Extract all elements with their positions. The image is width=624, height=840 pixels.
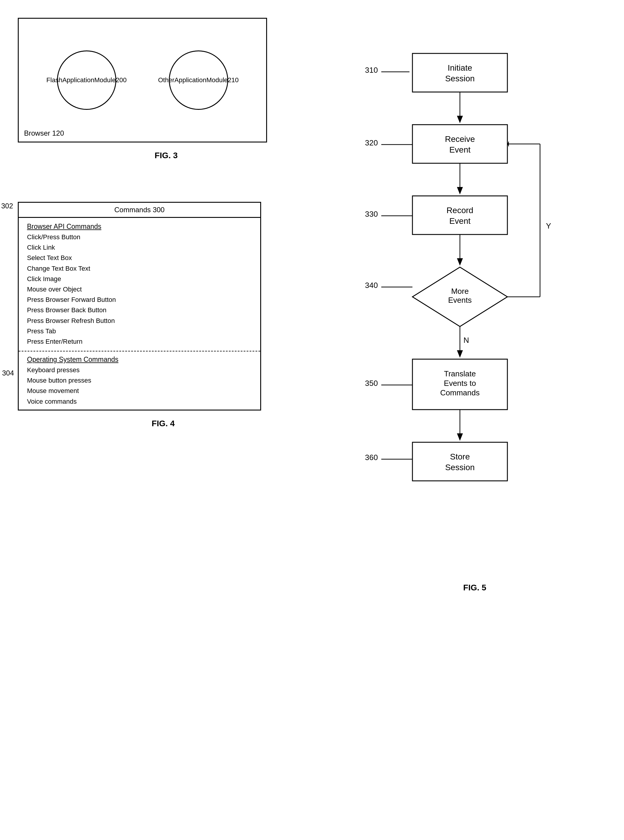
- cmd-item-5: Click Image: [27, 274, 252, 284]
- fig4-label-304: 304: [2, 369, 14, 377]
- store-session-text2: Session: [445, 463, 475, 472]
- label-350: 350: [365, 379, 378, 388]
- label-310: 310: [365, 66, 378, 74]
- module1-label2: Application: [62, 76, 94, 85]
- label-330: 330: [365, 210, 378, 218]
- initiate-session-text2: Session: [445, 74, 475, 83]
- label-320: 320: [365, 138, 378, 147]
- cmd-item-11: Press Enter/Return: [27, 336, 252, 347]
- browser-box: Flash Application Module 200 Other Appli…: [18, 18, 267, 142]
- module2-label3: Module: [206, 76, 228, 85]
- record-event-text: Record: [446, 206, 473, 215]
- cmd-item-4: Change Text Box Text: [27, 263, 252, 274]
- fig4-container: 302 Commands 300 Browser API Commands Cl…: [18, 202, 279, 428]
- receive-event-box: [412, 125, 507, 163]
- commands-box: Commands 300 Browser API Commands Click/…: [18, 202, 261, 410]
- arrow-n: [457, 350, 463, 358]
- cmd-item-6: Mouse over Object: [27, 284, 252, 294]
- label-360: 360: [365, 453, 378, 462]
- browser-label: Browser 120: [24, 129, 64, 138]
- module1-label3: Module: [94, 76, 116, 85]
- record-event-box: [412, 196, 507, 235]
- label-340: 340: [365, 281, 378, 290]
- receive-event-text: Receive: [445, 135, 475, 144]
- initiate-session-text: Initiate: [448, 63, 473, 73]
- fig4-title: FIG. 4: [48, 419, 279, 428]
- cmd-item-1: Click/Press Button: [27, 232, 252, 242]
- module2-circle: Other Application Module 210: [169, 51, 228, 110]
- module1-circle: Flash Application Module 200: [57, 51, 116, 110]
- y-label: Y: [546, 221, 551, 230]
- module2-label2: Application: [175, 76, 207, 85]
- receive-event-text2: Event: [449, 145, 471, 154]
- arrow1: [457, 116, 463, 123]
- translate-text1: Translate: [444, 369, 476, 378]
- fig4-label-302: 302: [1, 202, 13, 210]
- record-event-text2: Event: [449, 217, 471, 226]
- cmd-item-7: Press Browser Forward Button: [27, 294, 252, 305]
- os-cmd-2: Mouse button presses: [27, 375, 252, 385]
- initiate-session-box: [412, 53, 507, 92]
- cmd-item-8: Press Browser Back Button: [27, 305, 252, 315]
- arrow2: [457, 187, 463, 195]
- commands-section1: Browser API Commands Click/Press Button …: [19, 218, 260, 350]
- store-session-text: Store: [450, 452, 470, 461]
- flowchart-svg: 310 Initiate Session 320 Receive Event 3…: [356, 18, 587, 701]
- n-label: N: [463, 336, 469, 345]
- cmd-item-9: Press Browser Refresh Button: [27, 316, 252, 326]
- module2-label: Other: [158, 76, 175, 85]
- cmd-item-2: Click Link: [27, 242, 252, 252]
- arrow3: [457, 258, 463, 266]
- section1-title: Browser API Commands: [27, 223, 252, 230]
- cmd-item-3: Select Text Box: [27, 252, 252, 263]
- module1-label: Flash: [46, 76, 62, 85]
- fig3-container: Flash Application Module 200 Other Appli…: [18, 18, 285, 160]
- module1-label4: 200: [116, 76, 127, 85]
- page: Flash Application Module 200 Other Appli…: [0, 0, 624, 840]
- fig3-title: FIG. 3: [48, 151, 285, 160]
- os-cmd-3: Mouse movement: [27, 385, 252, 396]
- more-events-text: More: [451, 287, 468, 295]
- translate-text3: Commands: [440, 388, 480, 397]
- arrow4: [457, 433, 463, 441]
- more-events-text2: Events: [448, 295, 472, 305]
- os-cmd-4: Voice commands: [27, 396, 252, 407]
- commands-section2: Operating System Commands Keyboard press…: [19, 353, 260, 410]
- cmd-item-10: Press Tab: [27, 326, 252, 336]
- os-cmd-1: Keyboard presses: [27, 365, 252, 375]
- commands-divider: [19, 351, 260, 351]
- section2-title: Operating System Commands: [27, 356, 252, 364]
- commands-title: Commands 300: [19, 203, 260, 218]
- store-session-box: [412, 442, 507, 481]
- fig5-container: 310 Initiate Session 320 Receive Event 3…: [356, 18, 593, 592]
- translate-text2: Events to: [444, 379, 476, 388]
- module2-label4: 210: [228, 76, 239, 85]
